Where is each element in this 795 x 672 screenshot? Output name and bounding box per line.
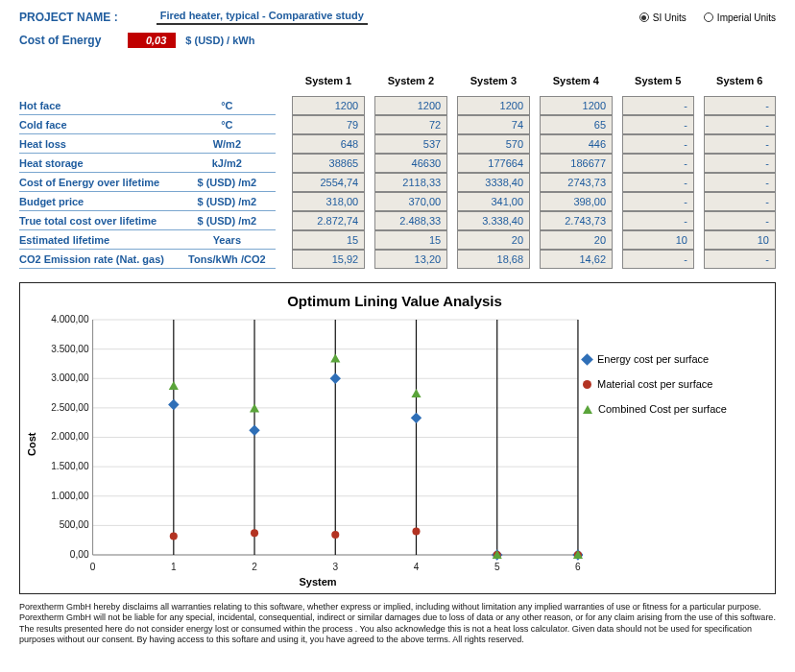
- cost-energy-value[interactable]: 0,03: [128, 33, 176, 48]
- row-unit: $ (USD) /m2: [179, 211, 276, 230]
- chart-title: Optimum Lining Value Analysis: [24, 293, 765, 309]
- svg-text:5: 5: [494, 562, 500, 572]
- svg-text:0,00: 0,00: [70, 549, 89, 560]
- row-unit: kJ/m2: [179, 154, 276, 173]
- data-cell[interactable]: 1200: [540, 96, 613, 115]
- radio-si[interactable]: SI Units: [639, 12, 687, 23]
- project-name-value[interactable]: Fired heater, typical - Comparative stud…: [157, 10, 368, 25]
- data-cell[interactable]: 446: [540, 134, 613, 154]
- data-cell[interactable]: -: [704, 173, 776, 192]
- data-cell[interactable]: 15: [292, 230, 365, 250]
- row-unit: W/m2: [179, 134, 276, 154]
- data-cell[interactable]: -: [704, 250, 776, 269]
- row-unit: $ (USD) /m2: [179, 173, 276, 192]
- svg-text:2.000,00: 2.000,00: [51, 432, 89, 443]
- row-unit: Years: [179, 230, 276, 250]
- data-cell[interactable]: -: [622, 96, 694, 115]
- svg-point-41: [331, 531, 339, 539]
- svg-rect-33: [168, 399, 179, 410]
- radio-icon: [704, 12, 713, 22]
- data-cell[interactable]: 10: [704, 230, 776, 250]
- data-cell[interactable]: -: [704, 211, 776, 230]
- data-cell[interactable]: 186677: [540, 154, 613, 173]
- data-cell[interactable]: 18,68: [457, 250, 530, 269]
- svg-point-39: [170, 533, 178, 540]
- data-cell[interactable]: 14,62: [540, 250, 613, 269]
- data-cell[interactable]: 1200: [292, 96, 365, 115]
- data-cell[interactable]: 318,00: [292, 192, 365, 211]
- system-header: System 4: [540, 69, 613, 96]
- svg-text:2.500,00: 2.500,00: [51, 402, 89, 413]
- chart-xlabel: System: [53, 576, 583, 588]
- cost-energy-unit: $ (USD) / kWh: [185, 35, 254, 46]
- data-cell[interactable]: -: [622, 154, 694, 173]
- svg-text:3: 3: [332, 562, 338, 572]
- data-cell[interactable]: -: [622, 173, 694, 192]
- data-cell[interactable]: 38865: [292, 154, 365, 173]
- chart-ylabel: Cost: [24, 315, 39, 574]
- data-cell[interactable]: 2743,73: [540, 173, 613, 192]
- data-cell[interactable]: 3.338,40: [457, 211, 530, 230]
- data-cell[interactable]: 570: [457, 134, 530, 154]
- data-cell[interactable]: 20: [457, 230, 530, 250]
- data-cell[interactable]: -: [622, 250, 694, 269]
- data-cell[interactable]: 370,00: [374, 192, 447, 211]
- svg-point-42: [412, 528, 420, 536]
- data-cell[interactable]: -: [704, 115, 776, 134]
- data-cell[interactable]: 65: [540, 115, 613, 134]
- data-cell[interactable]: 2.488,33: [374, 211, 447, 230]
- svg-rect-36: [411, 413, 422, 423]
- row-unit: $ (USD) /m2: [179, 192, 276, 211]
- data-cell[interactable]: 537: [374, 134, 447, 154]
- data-cell[interactable]: 10: [622, 230, 694, 250]
- svg-text:0: 0: [90, 562, 96, 572]
- radio-imperial-label: Imperial Units: [717, 12, 776, 23]
- data-cell[interactable]: -: [622, 115, 694, 134]
- data-cell[interactable]: 79: [292, 115, 365, 134]
- data-cell[interactable]: -: [704, 192, 776, 211]
- legend-item: Energy cost per surface: [583, 353, 765, 365]
- chart-container: Optimum Lining Value Analysis Cost 0,005…: [19, 282, 776, 594]
- data-cell[interactable]: -: [704, 96, 776, 115]
- data-cell[interactable]: 46630: [374, 154, 447, 173]
- svg-text:500,00: 500,00: [60, 519, 89, 530]
- svg-text:1.500,00: 1.500,00: [51, 461, 89, 471]
- data-cell[interactable]: 341,00: [457, 192, 530, 211]
- row-unit: Tons/kWh /CO2: [179, 250, 276, 269]
- svg-text:3.500,00: 3.500,00: [51, 344, 89, 354]
- data-cell[interactable]: 2554,74: [292, 173, 365, 192]
- row-label: Cold face: [19, 115, 179, 134]
- row-label: Estimated lifetime: [19, 230, 179, 250]
- system-header: System 2: [374, 69, 447, 96]
- data-cell[interactable]: 1200: [374, 96, 447, 115]
- data-cell[interactable]: 2.872,74: [292, 211, 365, 230]
- chart-legend: Energy cost per surfaceMaterial cost per…: [583, 315, 765, 574]
- row-label: Budget price: [19, 192, 179, 211]
- row-unit: °C: [179, 96, 276, 115]
- data-cell[interactable]: 1200: [457, 96, 530, 115]
- data-cell[interactable]: -: [622, 134, 694, 154]
- data-cell[interactable]: 72: [374, 115, 447, 134]
- data-cell[interactable]: 177664: [457, 154, 530, 173]
- data-cell[interactable]: 15: [374, 230, 447, 250]
- data-cell[interactable]: -: [622, 211, 694, 230]
- radio-si-label: SI Units: [653, 12, 687, 23]
- data-cell[interactable]: 398,00: [540, 192, 613, 211]
- radio-imperial[interactable]: Imperial Units: [704, 12, 776, 23]
- svg-text:4.000,00: 4.000,00: [51, 315, 89, 324]
- legend-item: Combined Cost per surface: [583, 403, 765, 415]
- data-cell[interactable]: 15,92: [292, 250, 365, 269]
- data-cell[interactable]: 2118,33: [374, 173, 447, 192]
- data-cell[interactable]: 2.743,73: [540, 211, 613, 230]
- chart-plot: 0,00500,001.000,001.500,002.000,002.500,…: [39, 315, 583, 574]
- disclaimer-text: Porextherm GmbH hereby disclaims all war…: [19, 602, 776, 645]
- data-cell[interactable]: 20: [540, 230, 613, 250]
- data-cell[interactable]: 648: [292, 134, 365, 154]
- svg-text:3.000,00: 3.000,00: [51, 372, 89, 383]
- data-cell[interactable]: 3338,40: [457, 173, 530, 192]
- data-cell[interactable]: -: [704, 134, 776, 154]
- data-cell[interactable]: -: [704, 154, 776, 173]
- data-cell[interactable]: -: [622, 192, 694, 211]
- data-cell[interactable]: 74: [457, 115, 530, 134]
- data-cell[interactable]: 13,20: [374, 250, 447, 269]
